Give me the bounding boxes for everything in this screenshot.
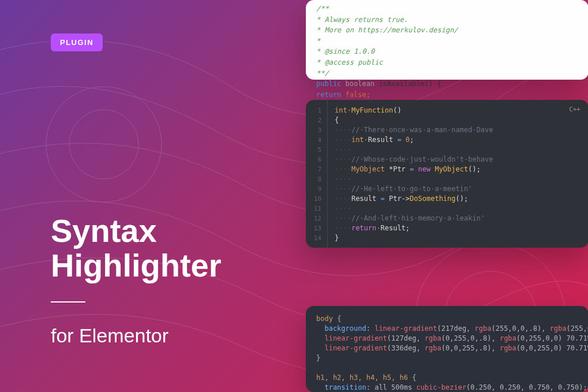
plugin-badge: PLUGIN bbox=[51, 33, 103, 51]
code-body: int·MyFunction() { ····//·There·once·was… bbox=[328, 100, 588, 248]
code-line: public boolean isAvailable() { bbox=[316, 79, 578, 89]
code-comment: * @since 1.0.0 bbox=[316, 46, 578, 57]
code-comment: * @access public bbox=[316, 57, 578, 68]
divider bbox=[51, 301, 85, 303]
svg-point-1 bbox=[46, 87, 162, 202]
headline-line-1: Syntax bbox=[51, 214, 222, 248]
language-badge: C++ bbox=[569, 104, 580, 114]
code-card-dark-cpp: C++ 123 456 789 101112 1314 int·MyFuncti… bbox=[306, 100, 588, 248]
code-line: return false; bbox=[316, 89, 578, 100]
line-gutter: 123 456 789 101112 1314 bbox=[306, 100, 328, 248]
code-card-light: /** * Always returns true. * More on htt… bbox=[306, 0, 588, 80]
code-comment: * Always returns true. bbox=[316, 14, 578, 25]
code-comment: * More on https://merkulov.design/ bbox=[316, 25, 578, 36]
svg-point-0 bbox=[69, 110, 138, 179]
code-comment: * bbox=[316, 36, 578, 47]
code-comment: /** bbox=[316, 3, 578, 14]
code-card-dark-css: body { background: linear-gradient(217de… bbox=[306, 306, 588, 392]
headline-line-2: Highlighter bbox=[51, 248, 222, 283]
headline: Syntax Highlighter bbox=[51, 214, 222, 283]
subtitle: for Elementor bbox=[51, 324, 168, 347]
code-comment: **/ bbox=[316, 68, 578, 79]
